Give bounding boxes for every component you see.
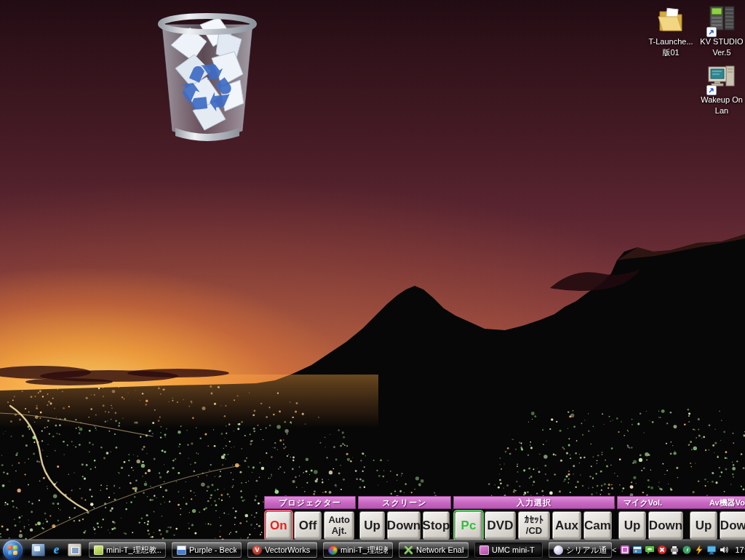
tray-updater-icon[interactable]: [682, 545, 692, 555]
taskbar-clock[interactable]: 17:04: [735, 545, 745, 554]
av-volume-title: Av機器Vol.: [709, 497, 745, 508]
tray-security-alert-icon[interactable]: [657, 545, 667, 555]
input-cam-button[interactable]: Cam: [583, 511, 612, 540]
screen-buttons: Up Down Stop: [358, 509, 451, 540]
tray-collapse-chevron[interactable]: <: [612, 545, 616, 554]
tray-umc-icon[interactable]: [620, 545, 630, 555]
taskbar-button-becky-mail[interactable]: Purple - Becky!: [172, 542, 242, 558]
quick-launch-bar: e: [31, 543, 81, 556]
screen-section-titlebar[interactable]: スクリーン: [358, 496, 451, 509]
document-icon: [94, 545, 103, 555]
icon-label-line2: 版01: [662, 47, 679, 58]
input-cassette-cd-button[interactable]: ｶｾｯﾄ/CD: [518, 511, 550, 540]
tray-network-monitor-icon[interactable]: [706, 545, 717, 555]
projector-buttons: On Off AutoAjt.: [264, 509, 356, 540]
umc-icon: [479, 545, 489, 555]
app-icon: [328, 545, 338, 555]
tray-power-bolt-icon[interactable]: [694, 545, 704, 555]
input-select-section: 入力選択 Pc DVD ｶｾｯﾄ/CD Aux Cam: [453, 496, 615, 540]
desktop-icon-t-launcher[interactable]: T-Launche... 版01: [645, 6, 697, 58]
recycle-bin-icon[interactable]: ♻: [149, 1, 266, 147]
computer-icon: [707, 63, 736, 95]
icon-label-line1: Wakeup On: [701, 95, 743, 105]
input-select-section-titlebar[interactable]: 入力選択: [453, 496, 615, 509]
tray-volume-icon[interactable]: [719, 545, 729, 555]
screen-down-button[interactable]: Down: [387, 511, 421, 540]
tray-messenger-icon[interactable]: [645, 545, 655, 555]
plc-device-icon: [707, 4, 736, 36]
av-control-panel: プロジェクター On Off AutoAjt. スクリーン Up Down St…: [264, 496, 745, 540]
shortcut-arrow-icon: [706, 85, 717, 95]
task-buttons: mini-T_理想教... Purple - Becky! V VectorWo…: [89, 542, 612, 558]
volume-buttons: Up Down Up Down: [617, 509, 745, 540]
screen-up-button[interactable]: Up: [359, 511, 385, 540]
desktop-icon-kv-studio[interactable]: KV STUDIO Ver.5: [696, 4, 745, 58]
mic-volume-title: マイクVol.: [624, 497, 662, 508]
input-aux-button[interactable]: Aux: [552, 511, 581, 540]
folder-icon: [656, 6, 686, 36]
av-volume-up-button[interactable]: Up: [690, 511, 717, 540]
desktop-icon-wakeup-on-lan[interactable]: Wakeup On Lan: [696, 63, 745, 116]
mic-volume-up-button[interactable]: Up: [618, 511, 646, 540]
taskbar-button-serial-comm[interactable]: シリアル通信チ...: [549, 542, 612, 558]
input-pc-button[interactable]: Pc: [455, 511, 482, 540]
start-button[interactable]: [3, 540, 23, 560]
tray-image-viewer-icon[interactable]: [632, 545, 642, 555]
taskbar-button-mini-t-1[interactable]: mini-T_理想教...: [89, 542, 166, 558]
svg-text:♻: ♻: [173, 47, 241, 131]
projector-off-button[interactable]: Off: [294, 511, 322, 540]
taskbar-button-umc-mini-t[interactable]: UMC mini-T: [474, 542, 543, 558]
recycle-bin-art: ♻: [149, 1, 266, 144]
shortcut-arrow-icon: [706, 27, 717, 37]
projector-section: プロジェクター On Off AutoAjt.: [264, 496, 356, 540]
internet-explorer-icon[interactable]: e: [50, 544, 63, 556]
system-tray: < 17:04: [612, 545, 745, 555]
input-dvd-button[interactable]: DVD: [485, 511, 516, 540]
mic-volume-down-button[interactable]: Down: [648, 511, 683, 540]
projector-on-button[interactable]: On: [266, 511, 292, 540]
taskbar-button-mini-t-2[interactable]: mini-T_理想教...: [323, 542, 393, 558]
screen-section: スクリーン Up Down Stop: [358, 496, 451, 540]
icon-label-line1: T-Launche...: [648, 36, 693, 47]
projector-auto-adjust-button[interactable]: AutoAjt.: [324, 511, 354, 540]
tray-printer-icon[interactable]: [669, 545, 680, 555]
mail-icon: [177, 545, 186, 555]
windows-flag-icon: [8, 545, 17, 555]
switch-windows-icon[interactable]: [68, 543, 81, 556]
volume-section-titlebar[interactable]: マイクVol. Av機器Vol.: [617, 496, 745, 509]
volume-section: マイクVol. Av機器Vol. Up Down Up Down: [617, 496, 745, 540]
av-volume-down-button[interactable]: Down: [720, 511, 745, 540]
icon-label-line2: Ver.5: [712, 47, 730, 58]
icon-label-line2: Lan: [715, 105, 728, 116]
input-select-buttons: Pc DVD ｶｾｯﾄ/CD Aux Cam: [453, 509, 615, 540]
show-desktop-icon[interactable]: [31, 543, 45, 556]
screen-stop-button[interactable]: Stop: [423, 511, 450, 540]
taskbar: e mini-T_理想教... Purple - Becky! V Vector…: [0, 540, 745, 560]
vectorworks-icon: V: [252, 545, 262, 555]
city-lights: [0, 0, 745, 560]
network-icon: [404, 545, 413, 555]
section-divider: [685, 511, 688, 540]
taskbar-button-vectorworks[interactable]: V VectorWorks - ...: [247, 542, 317, 558]
icon-label-line1: KV STUDIO: [700, 36, 743, 47]
taskbar-button-network-enabler[interactable]: Network Enabl...: [399, 542, 469, 558]
projector-section-titlebar[interactable]: プロジェクター: [264, 496, 356, 509]
serial-app-icon: [554, 545, 563, 555]
